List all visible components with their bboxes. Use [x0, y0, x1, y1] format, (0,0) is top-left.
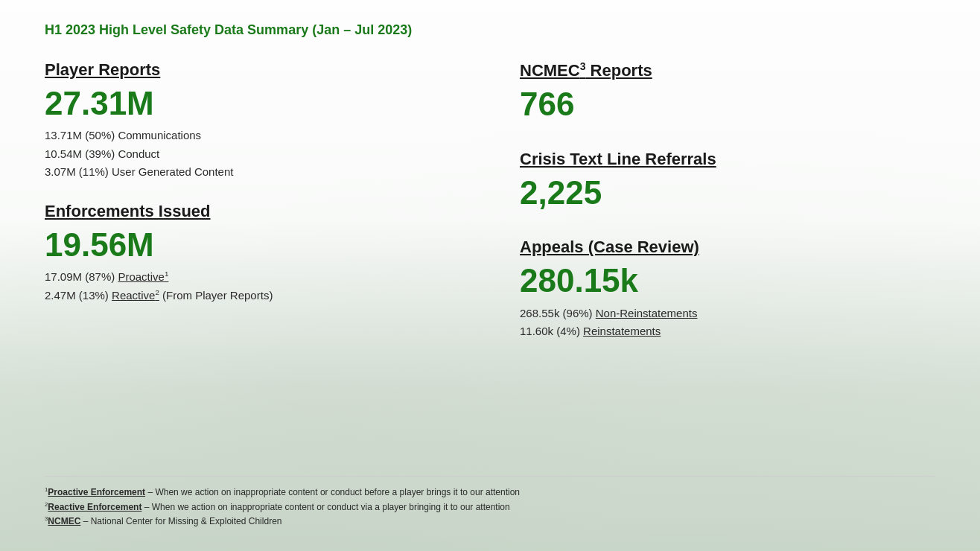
- crisis-number: 2,225: [520, 175, 935, 211]
- footnote-2-text: – When we action on inappropriate conten…: [141, 502, 509, 512]
- appeals-number: 280.15k: [520, 263, 935, 299]
- ncmec-title: NCMEC3 Reports: [520, 60, 935, 80]
- enforcements-sub-items: 17.09M (87%) Proactive1 2.47M (13%) Reac…: [45, 269, 460, 304]
- crisis-title: Crisis Text Line Referrals: [520, 150, 935, 169]
- page-content: H1 2023 High Level Safety Data Summary (…: [0, 0, 980, 551]
- crisis-section: Crisis Text Line Referrals 2,225: [520, 150, 935, 217]
- sub-item-reinstatements: 11.60k (4%) Reinstatements: [520, 323, 935, 340]
- left-column: Player Reports 27.31M 13.71M (50%) Commu…: [45, 60, 460, 476]
- sub-item-communications: 13.71M (50%) Communications: [45, 127, 460, 144]
- reinstatements-link[interactable]: Reinstatements: [583, 325, 661, 337]
- page-title: H1 2023 High Level Safety Data Summary (…: [45, 22, 935, 38]
- sub-item-ugc: 3.07M (11%) User Generated Content: [45, 164, 460, 181]
- player-reports-sub-items: 13.71M (50%) Communications 10.54M (39%)…: [45, 127, 460, 181]
- footnote-1-label: Proactive Enforcement: [48, 487, 145, 497]
- player-reports-section: Player Reports 27.31M 13.71M (50%) Commu…: [45, 60, 460, 181]
- main-grid: Player Reports 27.31M 13.71M (50%) Commu…: [45, 60, 935, 476]
- ncmec-section: NCMEC3 Reports 766: [520, 60, 935, 129]
- footnote-3-label: NCMEC: [48, 516, 80, 526]
- enforcements-section: Enforcements Issued 19.56M 17.09M (87%) …: [45, 202, 460, 304]
- player-reports-title: Player Reports: [45, 60, 460, 80]
- right-column: NCMEC3 Reports 766 Crisis Text Line Refe…: [520, 60, 935, 476]
- reactive-link[interactable]: Reactive2: [112, 289, 159, 302]
- non-reinstatements-link[interactable]: Non-Reinstatements: [596, 307, 698, 319]
- enforcements-title: Enforcements Issued: [45, 202, 460, 221]
- appeals-section: Appeals (Case Review) 280.15k 268.55k (9…: [520, 238, 935, 340]
- proactive-link[interactable]: Proactive1: [118, 270, 168, 283]
- footnote-3: 3NCMEC – National Center for Missing & E…: [45, 515, 935, 529]
- ncmec-number: 766: [520, 86, 935, 122]
- sub-item-proactive: 17.09M (87%) Proactive1: [45, 269, 460, 286]
- sub-item-conduct: 10.54M (39%) Conduct: [45, 146, 460, 163]
- player-reports-number: 27.31M: [45, 86, 460, 121]
- sub-item-non-reinstatements: 268.55k (96%) Non-Reinstatements: [520, 305, 935, 322]
- footnotes-section: 1Proactive Enforcement – When we action …: [45, 476, 935, 529]
- footnote-2-label: Reactive Enforcement: [48, 502, 141, 512]
- footnote-1-text: – When we action on inappropriate conten…: [145, 487, 520, 497]
- footnote-2: 2Reactive Enforcement – When we action o…: [45, 500, 935, 515]
- footnote-3-text: – National Center for Missing & Exploite…: [80, 516, 281, 526]
- ncmec-title-text[interactable]: NCMEC3 Reports: [520, 61, 652, 80]
- sub-item-reactive: 2.47M (13%) Reactive2 (From Player Repor…: [45, 287, 460, 305]
- footnote-1: 1Proactive Enforcement – When we action …: [45, 485, 935, 500]
- enforcements-number: 19.56M: [45, 227, 460, 263]
- appeals-title: Appeals (Case Review): [520, 238, 935, 257]
- appeals-sub-items: 268.55k (96%) Non-Reinstatements 11.60k …: [520, 305, 935, 340]
